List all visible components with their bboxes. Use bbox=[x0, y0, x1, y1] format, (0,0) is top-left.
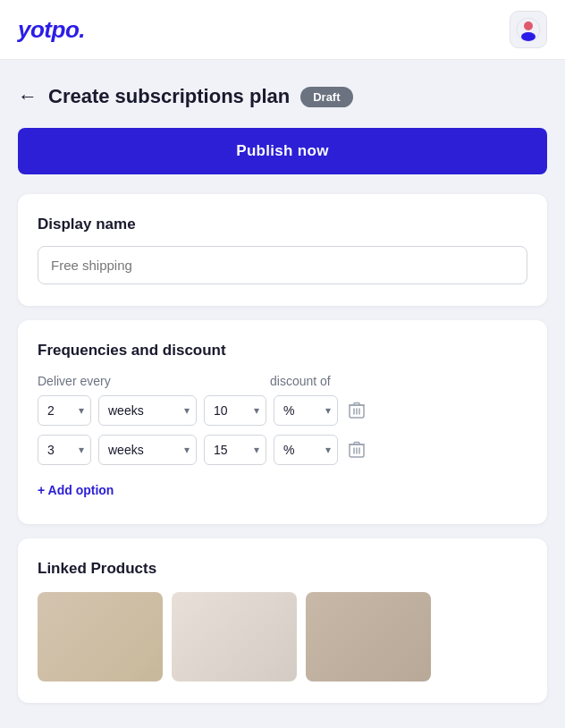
trash-icon-2 bbox=[349, 441, 365, 459]
svg-point-2 bbox=[521, 32, 535, 41]
quantity-select-2[interactable]: 1 2 3 4 5 bbox=[38, 435, 91, 465]
discount-value-select-1[interactable]: 5 10 15 20 bbox=[204, 395, 266, 426]
status-badge: Draft bbox=[300, 87, 352, 107]
publish-button[interactable]: Publish now bbox=[18, 128, 547, 174]
linked-products-title: Linked Products bbox=[38, 560, 527, 578]
user-avatar-icon bbox=[516, 17, 541, 42]
product-thumbnail-2[interactable] bbox=[172, 592, 297, 681]
display-name-card: Display name bbox=[18, 194, 547, 306]
quantity-select-wrapper-1: 1 2 3 4 5 bbox=[38, 395, 91, 426]
header: yotpo. bbox=[0, 0, 565, 60]
frequency-row-2: 1 2 3 4 5 days weeks months 5 10 15 bbox=[38, 435, 527, 465]
back-arrow-icon[interactable]: ← bbox=[18, 87, 38, 106]
title-row: ← Create subscriptions plan Draft bbox=[18, 85, 547, 108]
trash-icon-1 bbox=[349, 402, 365, 419]
frequencies-card: Frequencies and discount Deliver every d… bbox=[18, 320, 547, 524]
unit-select-2[interactable]: days weeks months bbox=[98, 435, 197, 465]
discount-type-select-2[interactable]: % $ bbox=[274, 435, 338, 465]
discount-type-wrapper-2: % $ bbox=[274, 435, 338, 465]
page-content: ← Create subscriptions plan Draft Publis… bbox=[0, 60, 565, 721]
product-thumbnail-1[interactable] bbox=[38, 592, 163, 681]
svg-point-1 bbox=[524, 21, 533, 30]
yotpo-logo: yotpo. bbox=[18, 16, 85, 44]
frequency-row-1: 1 2 3 4 5 days weeks months 5 10 15 bbox=[38, 395, 527, 426]
discount-type-wrapper-1: % $ bbox=[274, 395, 338, 426]
discount-of-label: discount of bbox=[270, 374, 331, 388]
product-thumbnails bbox=[38, 592, 527, 681]
discount-value-select-2[interactable]: 5 10 15 20 bbox=[204, 435, 266, 465]
quantity-select-1[interactable]: 1 2 3 4 5 bbox=[38, 395, 91, 426]
discount-value-wrapper-1: 5 10 15 20 bbox=[204, 395, 266, 426]
unit-select-wrapper-1: days weeks months bbox=[98, 395, 197, 426]
discount-type-select-1[interactable]: % $ bbox=[274, 395, 338, 426]
avatar-button[interactable] bbox=[510, 11, 547, 48]
product-thumbnail-3[interactable] bbox=[306, 592, 431, 681]
display-name-title: Display name bbox=[38, 216, 527, 233]
unit-select-wrapper-2: days weeks months bbox=[98, 435, 197, 465]
linked-products-card: Linked Products bbox=[18, 538, 547, 703]
display-name-input[interactable] bbox=[38, 246, 527, 284]
unit-select-1[interactable]: days weeks months bbox=[98, 395, 197, 426]
page-title: Create subscriptions plan bbox=[48, 85, 290, 108]
frequencies-header: Deliver every discount of bbox=[38, 374, 527, 388]
quantity-select-wrapper-2: 1 2 3 4 5 bbox=[38, 435, 91, 465]
delete-row-1-button[interactable] bbox=[345, 398, 368, 423]
discount-value-wrapper-2: 5 10 15 20 bbox=[204, 435, 266, 465]
delete-row-2-button[interactable] bbox=[345, 437, 368, 462]
add-option-button[interactable]: + Add option bbox=[38, 478, 114, 503]
deliver-every-label: Deliver every bbox=[38, 374, 270, 388]
frequencies-title: Frequencies and discount bbox=[38, 342, 527, 360]
